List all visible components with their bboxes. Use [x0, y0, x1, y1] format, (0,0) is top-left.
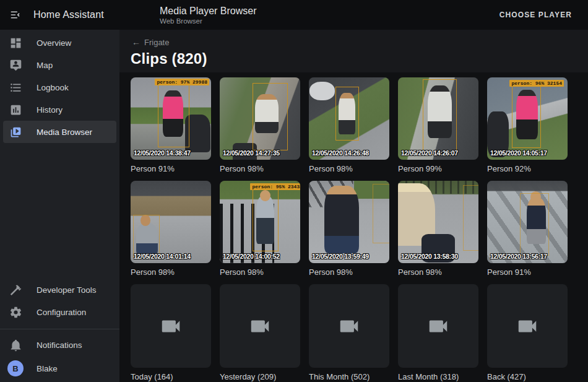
clip-card: 12/05/2020 13:56:17 Person 91%	[487, 181, 568, 277]
top-app-bar: Home Assistant Media Player Browser Web …	[0, 0, 588, 30]
clip-card: 12/05/2020 14:26:07 Person 99%	[398, 77, 478, 173]
panel-subtitle: Web Browser	[160, 17, 257, 25]
clip-card: person: 96% 32154 12/05/2020 14:05:17 Pe…	[487, 77, 568, 173]
clip-thumbnail[interactable]: 12/05/2020 14:26:48	[309, 77, 389, 160]
detection-bounding-box	[520, 193, 549, 256]
breadcrumb-back-link[interactable]: ← Frigate	[131, 36, 170, 48]
play-box-multiple-icon	[9, 126, 22, 139]
sidebar-item-developer-tools[interactable]: Developer Tools	[3, 279, 116, 301]
sidebar-item-label: Media Browser	[37, 128, 92, 137]
clip-timestamp-overlay: 12/05/2020 14:26:48	[312, 149, 369, 157]
sidebar-toggle-button[interactable]	[4, 2, 28, 27]
media-browser-panel: ← Frigate Clips (820) person: 97% 29988 …	[119, 30, 588, 382]
sidebar-item-label: Overview	[37, 38, 71, 48]
dashboard-icon	[9, 37, 22, 50]
detection-bounding-box	[253, 188, 279, 252]
folder-caption: Yesterday (209)	[220, 372, 300, 381]
sidebar-item-label: Logbook	[37, 83, 69, 92]
detection-bounding-box	[463, 185, 478, 251]
detection-label: person: 96% 32154	[509, 80, 564, 87]
video-camera-icon	[426, 315, 450, 338]
folder-caption: Last Month (318)	[398, 372, 478, 381]
sidebar-nav-list: Overview Map Logbook History Media Brows…	[0, 30, 119, 143]
clip-thumbnail[interactable]: 12/05/2020 14:27:35	[220, 77, 300, 160]
page-title: Clips (820)	[131, 50, 588, 67]
app-title: Home Assistant	[33, 9, 104, 20]
clip-card: 12/05/2020 14:27:35 Person 98%	[220, 77, 300, 173]
sidebar-item-media-browser[interactable]: Media Browser	[3, 121, 116, 143]
clip-thumbnail[interactable]: person: 97% 29988 12/05/2020 14:38:47	[131, 77, 211, 160]
user-avatar: B	[7, 360, 24, 376]
sidebar-bottom-section: Developer Tools Configuration Notificati…	[0, 279, 119, 382]
folder-yesterday[interactable]	[220, 284, 300, 368]
detection-label: person: 97% 29988	[155, 79, 209, 85]
clips-grid: person: 97% 29988 12/05/2020 14:38:47 Pe…	[119, 72, 588, 381]
folder-caption: Today (164)	[131, 372, 211, 381]
list-icon	[9, 81, 22, 94]
clip-thumbnail[interactable]: person: 96% 32154 12/05/2020 14:05:17	[487, 77, 568, 160]
clip-thumbnail[interactable]: 12/05/2020 14:26:07	[398, 77, 478, 160]
clip-thumbnail[interactable]: 12/05/2020 14:01:14	[131, 181, 211, 263]
detection-bounding-box	[335, 87, 359, 141]
folder-last-month[interactable]	[398, 284, 478, 368]
sidebar-item-label: Developer Tools	[37, 285, 97, 295]
folder-card: Yesterday (209)	[220, 284, 300, 381]
sidebar-item-label: Configuration	[37, 308, 86, 317]
detection-label: person: 95% 23432	[250, 183, 300, 190]
sidebar-item-label: Notifications	[37, 341, 82, 350]
folder-card: This Month (502)	[309, 284, 389, 381]
breadcrumb-label: Frigate	[144, 38, 169, 47]
clip-timestamp-overlay: 12/05/2020 13:59:49	[312, 253, 369, 260]
clip-timestamp-overlay: 12/05/2020 14:01:14	[134, 253, 191, 260]
chart-box-icon	[9, 103, 22, 116]
video-camera-icon	[159, 315, 183, 338]
detection-bounding-box	[423, 79, 457, 155]
clip-card: 12/05/2020 14:01:14 Person 98%	[131, 181, 211, 277]
sidebar-item-history[interactable]: History	[3, 98, 116, 121]
sidebar-toggle-icon	[9, 8, 23, 22]
folder-this-month[interactable]	[309, 284, 389, 368]
sidebar-item-label: Map	[37, 61, 53, 70]
folder-caption: Back (427)	[487, 372, 568, 381]
sidebar-item-profile[interactable]: B Blake	[3, 356, 116, 381]
sidebar-item-configuration[interactable]: Configuration	[3, 301, 116, 323]
clip-thumbnail[interactable]: person: 95% 23432 12/05/2020 14:00:52	[220, 181, 300, 263]
sidebar-item-notifications[interactable]: Notifications	[3, 334, 116, 356]
folders-row: Today (164) Yesterday (209) This Month (…	[131, 284, 588, 381]
sidebar-header: Home Assistant	[0, 0, 119, 30]
content-header: ← Frigate Clips (820)	[119, 30, 588, 72]
sidebar-item-map[interactable]: Map	[3, 54, 116, 76]
clip-timestamp-overlay: 12/05/2020 14:38:47	[134, 149, 191, 157]
clips-row-1: person: 97% 29988 12/05/2020 14:38:47 Pe…	[131, 77, 588, 173]
detection-bounding-box	[512, 85, 541, 148]
clip-timestamp-overlay: 12/05/2020 13:56:17	[490, 253, 547, 260]
clip-timestamp-overlay: 12/05/2020 14:00:52	[223, 253, 280, 260]
sidebar-item-overview[interactable]: Overview	[3, 32, 116, 54]
folder-today[interactable]	[131, 284, 211, 368]
clip-thumbnail[interactable]: 12/05/2020 13:58:30	[398, 181, 478, 263]
bell-icon	[9, 339, 22, 352]
clip-thumbnail[interactable]: 12/05/2020 13:56:17	[487, 181, 568, 263]
detection-bounding-box	[253, 83, 288, 150]
clip-card: person: 95% 23432 12/05/2020 14:00:52 Pe…	[220, 181, 300, 277]
clip-timestamp-overlay: 12/05/2020 14:26:07	[401, 149, 458, 157]
folder-card: Last Month (318)	[398, 284, 478, 381]
folder-back[interactable]	[487, 284, 568, 368]
clip-caption: Person 91%	[487, 267, 568, 277]
gear-icon	[9, 306, 22, 319]
clips-row-2: 12/05/2020 14:01:14 Person 98% person: 9…	[131, 181, 588, 277]
clip-caption: Person 92%	[487, 164, 568, 173]
map-account-icon	[9, 59, 22, 72]
sidebar-item-logbook[interactable]: Logbook	[3, 76, 116, 98]
detection-bounding-box	[158, 82, 189, 147]
detection-bounding-box	[373, 184, 389, 243]
sidebar: Overview Map Logbook History Media Brows…	[0, 30, 119, 382]
clip-caption: Person 98%	[220, 267, 300, 277]
choose-player-button[interactable]: CHOOSE PLAYER	[495, 6, 577, 24]
clip-timestamp-overlay: 12/05/2020 14:27:35	[223, 149, 280, 157]
clip-thumbnail[interactable]: 12/05/2020 13:59:49	[309, 181, 389, 263]
clip-caption: Person 99%	[398, 164, 478, 173]
sidebar-item-label: History	[37, 105, 63, 115]
video-camera-icon	[516, 315, 539, 338]
back-arrow-icon: ←	[132, 37, 141, 47]
